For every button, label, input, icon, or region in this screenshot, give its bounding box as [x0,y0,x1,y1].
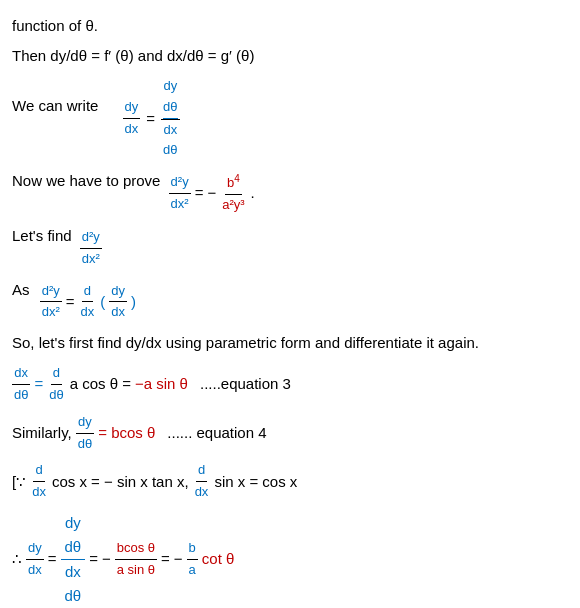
frac-d-dtheta-eq3: d dθ [47,363,65,406]
eq-dydx-fraction: dy dx = dy dθ dx dθ [123,76,180,161]
frac-therefore-big: dy dθ dx dθ [61,511,86,608]
text-now-prove: Now we have to prove [12,172,160,189]
line-eq3: dx dθ = d dθ a cos θ = −a sin θ .....equ… [12,363,568,406]
text-therefore: ∴ [12,547,22,571]
text-cot-theta: cot θ [202,547,235,571]
line-lets-find: Let's find d²y dx² [12,224,568,270]
line-because: [∵ d dx cos x = − sin x tan x, d dx sin … [12,460,568,503]
text-a-cos-theta: a cos θ = [70,372,131,396]
text-eq3-dots: .....equation 3 [200,372,291,396]
frac-b-a: b a [187,538,198,581]
frac-as-d2y: d²y dx² [40,281,62,324]
text-eq4-dots: ...... equation 4 [167,421,266,445]
text-lets-find: Let's find [12,227,72,244]
text-because-bracket: [∵ [12,470,26,494]
text-minus-sign: − [102,547,111,571]
line-as-d2y: As d²y dx² = d dx ( dy dx ) [12,278,568,324]
line-then-derivatives: Then dy/dθ = f′ (θ) and dx/dθ = g′ (θ) [12,44,568,68]
frac-d-dx-cosx: d dx [30,460,48,503]
eq-equals2: = [66,290,75,314]
frac-dy-dx2: dy dx [109,281,127,324]
text-sinx-eq: sin x = cos x [214,470,297,494]
eq-therefore-equals2: = [89,547,98,571]
period: . [251,181,255,205]
text-we-can-write: We can write [12,97,98,114]
line-eq4: Similarly, dy dθ = bcos θ ...... equatio… [12,412,568,455]
text-cosx-eq: cos x = − sin x tan x, [52,470,189,494]
eq-as-d2y: d²y dx² = d dx ( dy dx ) [40,281,136,324]
paren-dy-dx: ( [100,290,105,314]
paren-close: ) [131,290,136,314]
frac-dy-dtheta-eq4: dy dθ [76,412,94,455]
frac-therefore-dy-dx: dy dx [26,538,44,581]
text-similarly: Similarly, [12,421,72,445]
text-minus-a-sin-theta: −a sin θ [135,372,188,396]
line-now-prove: Now we have to prove d²y dx² = − b4 a²y³… [12,169,568,216]
frac-bcos-asin: bcos θ a sin θ [115,538,157,581]
eq-minus: − [207,181,216,205]
line-so-find: So, let's first find dy/dx using paramet… [12,331,568,355]
frac-dy-dx: dy dx [123,97,141,140]
eq-therefore-equals3: = [161,547,170,571]
text-then-derivatives: Then dy/dθ = f′ (θ) and dx/dθ = g′ (θ) [12,47,254,64]
frac-d-dx: d dx [79,281,97,324]
line-therefore: ∴ dy dx = dy dθ dx dθ = − bcos θ a sin θ… [12,511,568,608]
eq-d2y-dx2-find: d²y dx² [80,227,102,270]
line-function-theta: function of θ. [12,14,568,38]
frac-dydtheta-dxdtheta: dy dθ dx dθ [161,76,179,161]
text-bcos-theta: = bcos θ [98,421,155,445]
eq3-equals: = [34,372,43,396]
frac-d-dx-sinx: d dx [193,460,211,503]
frac-d2y-dx2: d²y dx² [169,172,191,215]
line-we-can-write: We can write dy dx = dy dθ dx dθ [12,76,568,161]
eq-equals: = [195,181,204,205]
equals-sign: = [146,107,155,131]
frac-dx-dtheta: dx dθ [12,363,30,406]
frac-d2y-dx2-find: d²y dx² [80,227,102,270]
text-minus2: − [174,547,183,571]
eq-d2y-prove: d²y dx² = − b4 a²y³ . [169,171,255,216]
frac-b4-a2y3: b4 a²y³ [220,171,246,216]
text-as: As [12,281,30,298]
text-function-theta: function of θ. [12,17,98,34]
text-so-find: So, let's first find dy/dx using paramet… [12,334,479,351]
eq-therefore-equals: = [48,547,57,571]
